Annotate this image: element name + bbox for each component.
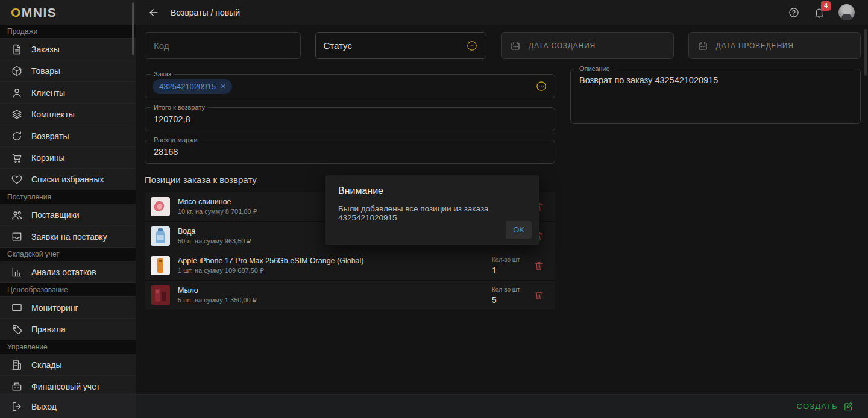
sidebar-item-label: Комплекты [31,110,75,119]
sidebar-item-label: Возвраты [31,131,69,141]
dialog-title: Внимание [338,186,527,196]
order-chip[interactable]: 4325421020915 × [153,79,232,94]
logo-rest: MNIS [22,5,57,20]
description-field[interactable]: Описание Возврат по заказу 4325421020915 [570,69,861,124]
heart-icon [11,173,23,186]
total-field-label: Итого к возврату [151,104,208,111]
right-column: Описание Возврат по заказу 4325421020915 [570,69,861,124]
sidebar-item-suppliers[interactable]: Поставщики [0,204,136,226]
product-subtitle: 50 л. на сумму 963,50 ₽ [178,237,251,245]
sidebar-item-products[interactable]: Товары [0,60,136,82]
sidebar-item-warehouses[interactable]: Склады [0,354,136,376]
cash-register-icon [11,381,23,393]
top-fields-row: Статус ДАТА СОЗДАНИЯ ДАТА ПРОВЕДЕНИЯ [145,32,861,59]
dialog-message: Были добавлены все позиции из заказа 432… [338,204,527,222]
margin-field-label: Расход маржи [151,136,201,144]
code-input[interactable] [145,33,300,58]
sidebar-item-label: Заявки на поставку [31,232,107,242]
order-field-label: Заказ [151,70,174,78]
sidebar-item-label: Товары [31,66,60,76]
order-field[interactable]: Заказ 4325421020915 × [145,74,555,98]
sidebar-item-label: Правила [31,325,66,334]
sidebar-item-label: Корзины [31,153,65,163]
edit-square-icon [843,401,854,411]
date-created-field[interactable]: ДАТА СОЗДАНИЯ [501,32,674,59]
quantity-label: Кол-во шт [492,257,526,263]
description-field-label: Описание [576,65,613,73]
more-options-icon[interactable] [535,80,547,92]
users-icon [11,209,23,221]
product-subtitle: 10 кг. на сумму 8 701,80 ₽ [178,208,257,216]
calendar-icon [510,40,521,51]
top-bar: Возвраты / новый 4 [136,0,868,25]
form-content: Статус ДАТА СОЗДАНИЯ ДАТА ПРОВЕДЕНИЯ Зак… [136,25,868,418]
more-options-icon[interactable] [466,40,478,52]
quantity-block: Кол-во шт 5 [492,286,526,305]
logout-label: Выход [31,402,57,411]
sidebar-item-supply-requests[interactable]: Заявки на поставку [0,226,136,248]
create-button[interactable]: СОЗДАТЬ [797,401,854,411]
order-chip-value: 4325421020915 [159,82,216,91]
sidebar-item-kits[interactable]: Комплекты [0,104,136,125]
sidebar-section-sales: Продажи [0,25,136,39]
brand-logo[interactable]: OMNIS [0,0,136,25]
bottom-bar: Выход СОЗДАТЬ [0,394,868,418]
sidebar-item-returns[interactable]: Возвраты [0,125,136,147]
building-icon [11,359,23,371]
sidebar-item-monitoring[interactable]: Мониторинг [0,297,136,319]
sidebar-section-receipts: Поступления [0,190,136,204]
delete-icon[interactable] [533,260,544,271]
user-avatar[interactable] [838,4,855,20]
notifications-bell-icon[interactable]: 4 [813,7,825,19]
sidebar-item-stock-analysis[interactable]: Анализ остатков [0,261,136,283]
delete-icon[interactable] [533,290,544,301]
form-columns: Заказ 4325421020915 × Итого к возврату 1… [145,69,861,164]
main-scrollbar[interactable] [864,29,867,76]
sidebar-item-favorites[interactable]: Списки избранных [0,169,136,190]
logout-button[interactable]: Выход [0,395,136,418]
sidebar-item-carts[interactable]: Корзины [0,147,136,169]
refresh-icon [11,130,23,142]
product-subtitle: 5 шт. на сумму 1 350,00 ₽ [178,296,257,304]
bar-chart-icon [11,266,23,278]
product-name: Apple iPhone 17 Pro Max 256Gb eSIM Orang… [178,257,364,265]
product-image [151,197,170,216]
margin-value: 28168 [154,147,178,157]
sidebar-scrollbar[interactable] [132,2,134,55]
logout-icon [11,401,23,413]
status-label: Статус [324,40,352,51]
total-field[interactable]: Итого к возврату 120702,8 [145,107,555,131]
date-executed-field[interactable]: ДАТА ПРОВЕДЕНИЯ [688,32,861,59]
margin-field[interactable]: Расход маржи 28168 [145,140,555,164]
code-field [145,32,301,59]
create-label: СОЗДАТЬ [797,402,838,411]
position-row: Мыло 5 шт. на сумму 1 350,00 ₽ Кол-во шт… [145,281,555,310]
quantity-block: Кол-во шт 1 [492,257,526,275]
sidebar-item-clients[interactable]: Клиенты [0,82,136,104]
position-row: Apple iPhone 17 Pro Max 256Gb eSIM Orang… [145,251,555,281]
monitor-icon [11,302,23,314]
quantity-value: 5 [492,295,526,305]
product-subtitle: 1 шт. на сумму 109 687,50 ₽ [178,267,364,275]
ok-button[interactable]: OK [506,221,532,239]
main-area: Возвраты / новый 4 Статус [136,0,868,418]
sidebar-item-label: Склады [31,360,62,370]
attention-dialog: Внимание Были добавлены все позиции из з… [326,175,539,245]
back-arrow-icon[interactable] [148,7,160,19]
product-name: Мясо свининое [178,198,257,206]
status-select[interactable]: Статус [315,32,487,59]
sidebar-item-label: Клиенты [31,88,65,98]
sidebar: OMNIS Продажи Заказы Товары Клиенты Комп… [0,0,136,418]
quantity-value: 1 [492,266,526,275]
sidebar-item-label: Анализ остатков [31,267,96,277]
chip-close-icon[interactable]: × [221,82,225,90]
help-icon[interactable] [788,7,800,19]
total-value: 120702,8 [154,114,190,124]
notification-count-badge: 4 [821,1,831,11]
sidebar-item-rules[interactable]: Правила [0,319,136,340]
app-window: OMNIS Продажи Заказы Товары Клиенты Комп… [0,0,868,418]
date-created-label: ДАТА СОЗДАНИЯ [529,42,596,50]
sidebar-nav: Продажи Заказы Товары Клиенты Комплекты … [0,25,136,418]
sidebar-item-orders[interactable]: Заказы [0,39,136,60]
product-image [151,285,170,305]
